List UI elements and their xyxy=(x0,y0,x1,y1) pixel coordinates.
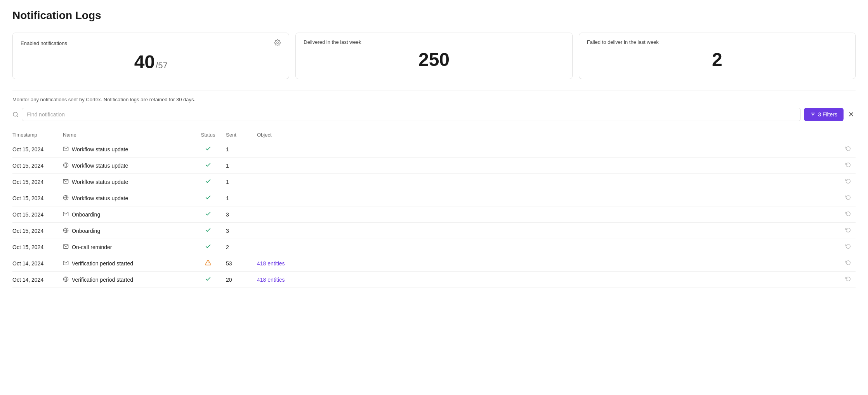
cell-sent: 1 xyxy=(226,190,257,206)
cell-actions[interactable] xyxy=(842,223,856,239)
search-icon xyxy=(12,111,19,118)
table-row: Oct 15, 2024 Onboarding 3 xyxy=(12,223,856,239)
cell-name: Onboarding xyxy=(63,206,195,223)
cell-actions[interactable] xyxy=(842,239,856,255)
col-header-object: Object xyxy=(257,129,842,141)
cell-status xyxy=(195,272,226,288)
status-check-icon xyxy=(205,244,211,251)
status-check-icon xyxy=(205,195,211,202)
status-check-icon xyxy=(205,146,211,153)
filter-button[interactable]: 3 Filters xyxy=(804,108,844,121)
email-icon xyxy=(63,260,69,267)
status-check-icon xyxy=(205,228,211,234)
table-row: Oct 14, 2024 Verification period started… xyxy=(12,272,856,288)
table-row: Oct 15, 2024 On-call reminder 2 xyxy=(12,239,856,255)
stats-row: Enabled notifications 40/57 Delivered in… xyxy=(12,33,856,79)
reload-icon[interactable] xyxy=(845,277,851,283)
cell-actions[interactable] xyxy=(842,158,856,174)
notification-name: On-call reminder xyxy=(72,244,112,250)
notification-name: Workflow status update xyxy=(72,179,128,185)
cell-sent: 2 xyxy=(226,239,257,255)
cell-actions[interactable] xyxy=(842,190,856,206)
cell-object xyxy=(257,158,842,174)
stat-value-delivered: 250 xyxy=(418,49,450,70)
globe-icon xyxy=(63,162,69,169)
globe-icon xyxy=(63,195,69,202)
close-button[interactable]: ✕ xyxy=(847,109,856,120)
cell-actions[interactable] xyxy=(842,174,856,190)
notification-name: Verification period started xyxy=(72,277,133,283)
cell-status xyxy=(195,255,226,272)
reload-icon[interactable] xyxy=(845,211,851,218)
cell-timestamp: Oct 14, 2024 xyxy=(12,255,63,272)
cell-object xyxy=(257,239,842,255)
cell-timestamp: Oct 15, 2024 xyxy=(12,223,63,239)
cell-timestamp: Oct 15, 2024 xyxy=(12,174,63,190)
table-row: Oct 15, 2024 Workflow status update 1 xyxy=(12,141,856,158)
notification-name: Workflow status update xyxy=(72,146,128,152)
object-link[interactable]: 418 entities xyxy=(257,260,285,267)
cell-name: Verification period started xyxy=(63,272,195,288)
globe-icon xyxy=(63,227,69,234)
col-header-sent: Sent xyxy=(226,129,257,141)
stat-value-failed: 2 xyxy=(712,49,722,70)
stat-value-enabled: 40 xyxy=(134,51,155,73)
cell-timestamp: Oct 14, 2024 xyxy=(12,272,63,288)
table-row: Oct 15, 2024 Onboarding 3 xyxy=(12,206,856,223)
email-icon xyxy=(63,211,69,218)
cell-timestamp: Oct 15, 2024 xyxy=(12,190,63,206)
status-check-icon xyxy=(205,163,211,169)
cell-actions[interactable] xyxy=(842,255,856,272)
stat-card-enabled: Enabled notifications 40/57 xyxy=(12,33,289,79)
cell-status xyxy=(195,206,226,223)
search-input[interactable] xyxy=(22,108,801,121)
object-link[interactable]: 418 entities xyxy=(257,277,285,283)
notification-name: Workflow status update xyxy=(72,163,128,169)
reload-icon[interactable] xyxy=(845,260,851,267)
cell-object xyxy=(257,141,842,158)
reload-icon[interactable] xyxy=(845,244,851,250)
table-row: Oct 14, 2024 Verification period started… xyxy=(12,255,856,272)
cell-status xyxy=(195,158,226,174)
cell-timestamp: Oct 15, 2024 xyxy=(12,141,63,158)
reload-icon[interactable] xyxy=(845,146,851,152)
cell-name: Verification period started xyxy=(63,255,195,272)
cell-object[interactable]: 418 entities xyxy=(257,255,842,272)
section-divider xyxy=(12,90,856,90)
cell-actions[interactable] xyxy=(842,141,856,158)
cell-sent: 3 xyxy=(226,206,257,223)
table-row: Oct 15, 2024 Workflow status update 1 xyxy=(12,190,856,206)
status-check-icon xyxy=(205,179,211,185)
email-icon xyxy=(63,178,69,185)
table-row: Oct 15, 2024 Workflow status update 1 xyxy=(12,174,856,190)
reload-icon[interactable] xyxy=(845,163,851,169)
status-warn-icon xyxy=(205,261,211,267)
stat-card-failed: Failed to deliver in the last week 2 xyxy=(579,33,856,79)
cell-sent: 1 xyxy=(226,141,257,158)
cell-name: Workflow status update xyxy=(63,141,195,158)
notification-name: Onboarding xyxy=(72,228,100,234)
reload-icon[interactable] xyxy=(845,228,851,234)
page-title: Notification Logs xyxy=(12,9,856,22)
cell-actions[interactable] xyxy=(842,206,856,223)
email-icon xyxy=(63,244,69,251)
cell-status xyxy=(195,223,226,239)
cell-timestamp: Oct 15, 2024 xyxy=(12,239,63,255)
cell-sent: 20 xyxy=(226,272,257,288)
status-check-icon xyxy=(205,277,211,283)
stat-label-failed: Failed to deliver in the last week xyxy=(587,39,659,45)
reload-icon[interactable] xyxy=(845,195,851,201)
cell-object xyxy=(257,174,842,190)
cell-name: Workflow status update xyxy=(63,190,195,206)
cell-actions[interactable] xyxy=(842,272,856,288)
gear-icon[interactable] xyxy=(274,39,281,47)
reload-icon[interactable] xyxy=(845,179,851,185)
notification-name: Verification period started xyxy=(72,260,133,267)
col-header-timestamp: Timestamp xyxy=(12,129,63,141)
cell-object[interactable]: 418 entities xyxy=(257,272,842,288)
stat-sub-enabled: /57 xyxy=(156,61,168,71)
cell-object xyxy=(257,223,842,239)
cell-sent: 53 xyxy=(226,255,257,272)
col-header-name: Name xyxy=(63,129,195,141)
svg-point-0 xyxy=(277,42,279,44)
